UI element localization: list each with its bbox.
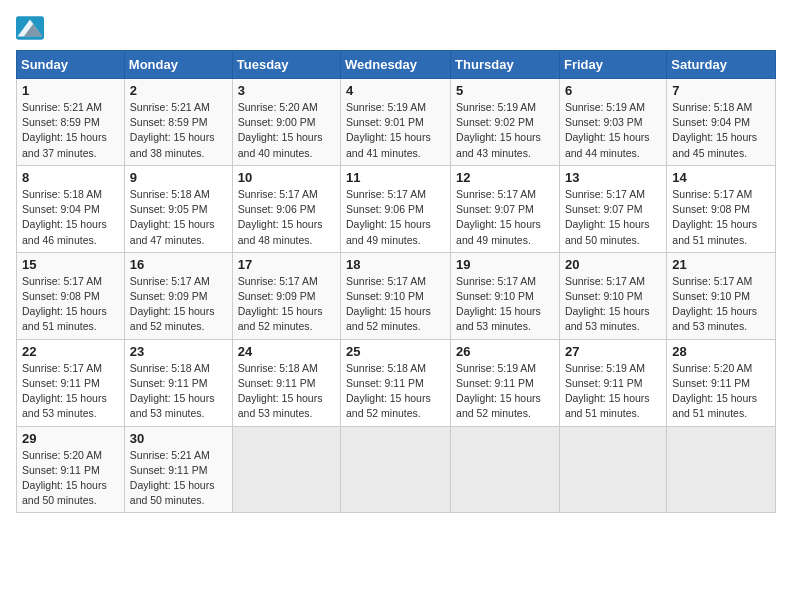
calendar-cell: 7 Sunrise: 5:18 AMSunset: 9:04 PMDayligh… (667, 79, 776, 166)
day-number: 5 (456, 83, 554, 98)
day-number: 19 (456, 257, 554, 272)
calendar-cell: 20 Sunrise: 5:17 AMSunset: 9:10 PMDaylig… (559, 252, 666, 339)
calendar-cell: 28 Sunrise: 5:20 AMSunset: 9:11 PMDaylig… (667, 339, 776, 426)
weekday-header-friday: Friday (559, 51, 666, 79)
calendar-cell (559, 426, 666, 513)
day-detail: Sunrise: 5:17 AMSunset: 9:10 PMDaylight:… (456, 275, 541, 333)
page-header (16, 16, 776, 40)
day-number: 10 (238, 170, 335, 185)
weekday-header-wednesday: Wednesday (341, 51, 451, 79)
day-detail: Sunrise: 5:21 AMSunset: 8:59 PMDaylight:… (130, 101, 215, 159)
calendar-week-row: 22 Sunrise: 5:17 AMSunset: 9:11 PMDaylig… (17, 339, 776, 426)
calendar-cell: 13 Sunrise: 5:17 AMSunset: 9:07 PMDaylig… (559, 165, 666, 252)
calendar-cell: 5 Sunrise: 5:19 AMSunset: 9:02 PMDayligh… (451, 79, 560, 166)
calendar-week-row: 8 Sunrise: 5:18 AMSunset: 9:04 PMDayligh… (17, 165, 776, 252)
calendar-week-row: 15 Sunrise: 5:17 AMSunset: 9:08 PMDaylig… (17, 252, 776, 339)
calendar-cell: 6 Sunrise: 5:19 AMSunset: 9:03 PMDayligh… (559, 79, 666, 166)
calendar-cell (451, 426, 560, 513)
weekday-header-thursday: Thursday (451, 51, 560, 79)
day-detail: Sunrise: 5:17 AMSunset: 9:07 PMDaylight:… (456, 188, 541, 246)
day-detail: Sunrise: 5:17 AMSunset: 9:10 PMDaylight:… (565, 275, 650, 333)
calendar-cell: 16 Sunrise: 5:17 AMSunset: 9:09 PMDaylig… (124, 252, 232, 339)
weekday-header-sunday: Sunday (17, 51, 125, 79)
day-detail: Sunrise: 5:19 AMSunset: 9:02 PMDaylight:… (456, 101, 541, 159)
day-number: 26 (456, 344, 554, 359)
weekday-header-monday: Monday (124, 51, 232, 79)
day-detail: Sunrise: 5:21 AMSunset: 8:59 PMDaylight:… (22, 101, 107, 159)
day-detail: Sunrise: 5:17 AMSunset: 9:07 PMDaylight:… (565, 188, 650, 246)
calendar-cell: 4 Sunrise: 5:19 AMSunset: 9:01 PMDayligh… (341, 79, 451, 166)
day-detail: Sunrise: 5:19 AMSunset: 9:01 PMDaylight:… (346, 101, 431, 159)
calendar-cell: 29 Sunrise: 5:20 AMSunset: 9:11 PMDaylig… (17, 426, 125, 513)
calendar-cell: 30 Sunrise: 5:21 AMSunset: 9:11 PMDaylig… (124, 426, 232, 513)
day-detail: Sunrise: 5:18 AMSunset: 9:05 PMDaylight:… (130, 188, 215, 246)
calendar-cell: 18 Sunrise: 5:17 AMSunset: 9:10 PMDaylig… (341, 252, 451, 339)
calendar-cell: 3 Sunrise: 5:20 AMSunset: 9:00 PMDayligh… (232, 79, 340, 166)
calendar-cell: 21 Sunrise: 5:17 AMSunset: 9:10 PMDaylig… (667, 252, 776, 339)
day-number: 8 (22, 170, 119, 185)
day-detail: Sunrise: 5:18 AMSunset: 9:11 PMDaylight:… (346, 362, 431, 420)
day-number: 15 (22, 257, 119, 272)
day-number: 16 (130, 257, 227, 272)
calendar-cell (341, 426, 451, 513)
day-detail: Sunrise: 5:18 AMSunset: 9:11 PMDaylight:… (238, 362, 323, 420)
day-number: 2 (130, 83, 227, 98)
day-detail: Sunrise: 5:17 AMSunset: 9:06 PMDaylight:… (346, 188, 431, 246)
day-number: 24 (238, 344, 335, 359)
day-number: 17 (238, 257, 335, 272)
day-detail: Sunrise: 5:17 AMSunset: 9:10 PMDaylight:… (672, 275, 757, 333)
calendar-cell (232, 426, 340, 513)
day-detail: Sunrise: 5:17 AMSunset: 9:08 PMDaylight:… (22, 275, 107, 333)
day-detail: Sunrise: 5:17 AMSunset: 9:09 PMDaylight:… (238, 275, 323, 333)
calendar-cell (667, 426, 776, 513)
day-detail: Sunrise: 5:18 AMSunset: 9:04 PMDaylight:… (672, 101, 757, 159)
day-number: 13 (565, 170, 661, 185)
day-number: 27 (565, 344, 661, 359)
day-number: 29 (22, 431, 119, 446)
calendar-cell: 25 Sunrise: 5:18 AMSunset: 9:11 PMDaylig… (341, 339, 451, 426)
calendar-cell: 11 Sunrise: 5:17 AMSunset: 9:06 PMDaylig… (341, 165, 451, 252)
weekday-header-tuesday: Tuesday (232, 51, 340, 79)
day-number: 25 (346, 344, 445, 359)
day-detail: Sunrise: 5:20 AMSunset: 9:00 PMDaylight:… (238, 101, 323, 159)
calendar-cell: 22 Sunrise: 5:17 AMSunset: 9:11 PMDaylig… (17, 339, 125, 426)
calendar-cell: 24 Sunrise: 5:18 AMSunset: 9:11 PMDaylig… (232, 339, 340, 426)
day-number: 9 (130, 170, 227, 185)
day-number: 3 (238, 83, 335, 98)
day-number: 30 (130, 431, 227, 446)
calendar-week-row: 29 Sunrise: 5:20 AMSunset: 9:11 PMDaylig… (17, 426, 776, 513)
calendar-cell: 26 Sunrise: 5:19 AMSunset: 9:11 PMDaylig… (451, 339, 560, 426)
day-number: 1 (22, 83, 119, 98)
day-detail: Sunrise: 5:17 AMSunset: 9:08 PMDaylight:… (672, 188, 757, 246)
calendar-table: SundayMondayTuesdayWednesdayThursdayFrid… (16, 50, 776, 513)
day-detail: Sunrise: 5:21 AMSunset: 9:11 PMDaylight:… (130, 449, 215, 507)
day-detail: Sunrise: 5:20 AMSunset: 9:11 PMDaylight:… (22, 449, 107, 507)
calendar-cell: 19 Sunrise: 5:17 AMSunset: 9:10 PMDaylig… (451, 252, 560, 339)
calendar-cell: 2 Sunrise: 5:21 AMSunset: 8:59 PMDayligh… (124, 79, 232, 166)
logo-icon (16, 16, 44, 40)
day-detail: Sunrise: 5:17 AMSunset: 9:11 PMDaylight:… (22, 362, 107, 420)
calendar-cell: 14 Sunrise: 5:17 AMSunset: 9:08 PMDaylig… (667, 165, 776, 252)
calendar-cell: 23 Sunrise: 5:18 AMSunset: 9:11 PMDaylig… (124, 339, 232, 426)
day-detail: Sunrise: 5:18 AMSunset: 9:11 PMDaylight:… (130, 362, 215, 420)
day-number: 6 (565, 83, 661, 98)
day-number: 12 (456, 170, 554, 185)
day-number: 28 (672, 344, 770, 359)
calendar-week-row: 1 Sunrise: 5:21 AMSunset: 8:59 PMDayligh… (17, 79, 776, 166)
calendar-cell: 8 Sunrise: 5:18 AMSunset: 9:04 PMDayligh… (17, 165, 125, 252)
day-detail: Sunrise: 5:19 AMSunset: 9:11 PMDaylight:… (456, 362, 541, 420)
weekday-header-saturday: Saturday (667, 51, 776, 79)
calendar-cell: 17 Sunrise: 5:17 AMSunset: 9:09 PMDaylig… (232, 252, 340, 339)
day-number: 11 (346, 170, 445, 185)
weekday-header-row: SundayMondayTuesdayWednesdayThursdayFrid… (17, 51, 776, 79)
day-detail: Sunrise: 5:17 AMSunset: 9:10 PMDaylight:… (346, 275, 431, 333)
day-number: 18 (346, 257, 445, 272)
calendar-cell: 9 Sunrise: 5:18 AMSunset: 9:05 PMDayligh… (124, 165, 232, 252)
day-number: 4 (346, 83, 445, 98)
calendar-cell: 10 Sunrise: 5:17 AMSunset: 9:06 PMDaylig… (232, 165, 340, 252)
calendar-cell: 12 Sunrise: 5:17 AMSunset: 9:07 PMDaylig… (451, 165, 560, 252)
day-number: 14 (672, 170, 770, 185)
day-number: 20 (565, 257, 661, 272)
calendar-cell: 27 Sunrise: 5:19 AMSunset: 9:11 PMDaylig… (559, 339, 666, 426)
day-detail: Sunrise: 5:19 AMSunset: 9:11 PMDaylight:… (565, 362, 650, 420)
